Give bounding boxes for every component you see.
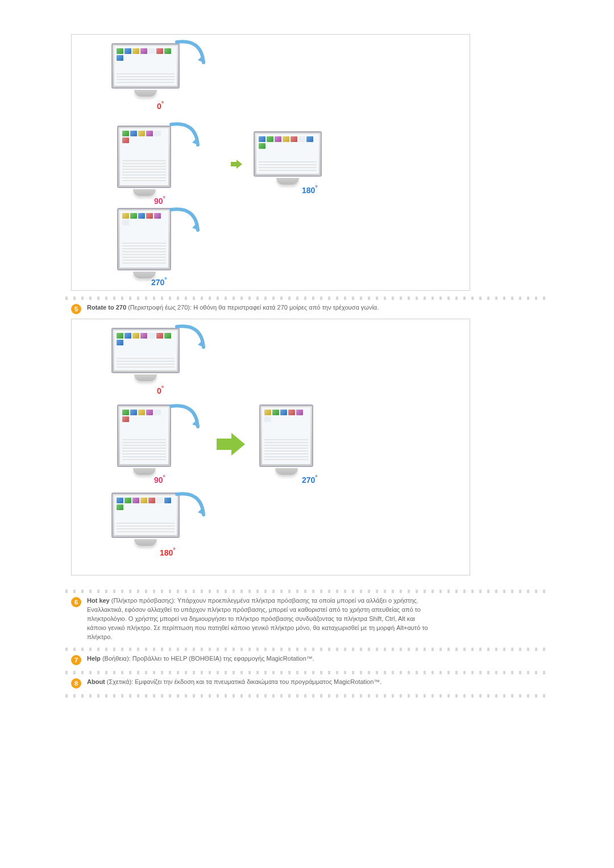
item-8-text: About (Σχετικά): Εμφανίζει την έκδοση κα…: [87, 678, 381, 688]
separator-dots: [65, 648, 549, 651]
monitor-90deg: [117, 126, 171, 202]
curve-arrow-icon: [168, 120, 202, 154]
curve-arrow-icon: [174, 490, 208, 524]
item-5: 5 Rotate to 270 (Περιστροφή έως 270): Η …: [65, 303, 549, 314]
curve-arrow-icon: [174, 322, 208, 356]
separator-dots: [65, 694, 549, 698]
label-0: 0°: [157, 100, 164, 111]
curve-arrow-icon: [174, 37, 208, 72]
monitor-90deg: [117, 404, 171, 481]
item-5-text: Rotate to 270 (Περιστροφή έως 270): Η οθ…: [87, 303, 379, 314]
item-number-7: 7: [71, 655, 81, 665]
label-180: 180°: [160, 546, 176, 557]
item-number-8: 8: [71, 678, 81, 688]
item-6-text: Hot key (Πλήκτρο πρόσβασης): Υπάρχουν πρ…: [87, 596, 428, 642]
arrow-right-big-icon: [217, 433, 245, 456]
label-90: 90°: [154, 474, 165, 485]
monitor-270deg: [117, 208, 171, 285]
separator-dots: [65, 297, 549, 300]
monitor-0deg: [111, 328, 180, 390]
monitor-180deg: [111, 493, 180, 555]
rotation-diagram-270: 0° 90°: [71, 319, 470, 575]
label-90: 90°: [154, 195, 165, 206]
curve-arrow-icon: [168, 205, 202, 239]
item-7-text: Help (Βοήθεια): Προβάλλει το HELP (ΒΟΗΘΕ…: [87, 654, 314, 665]
separator-dots: [65, 671, 549, 674]
item-6: 6 Hot key (Πλήκτρο πρόσβασης): Υπάρχουν …: [65, 596, 549, 642]
monitor-270deg-result: [259, 404, 313, 481]
label-180-result: 180°: [302, 184, 318, 195]
label-270-result: 270°: [302, 474, 318, 485]
monitor-0deg: [111, 43, 180, 106]
item-8: 8 About (Σχετικά): Εμφανίζει την έκδοση …: [65, 678, 549, 688]
item-number-5: 5: [71, 304, 81, 314]
arrow-right-small-icon: [231, 160, 242, 169]
label-0: 0°: [157, 385, 164, 395]
separator-dots: [65, 590, 549, 593]
item-number-6: 6: [71, 597, 81, 607]
page: 0° 90°: [0, 0, 614, 735]
rotation-diagram-180: 0° 90°: [71, 34, 470, 291]
label-270: 270°: [151, 276, 167, 287]
curve-arrow-icon: [168, 402, 202, 436]
item-7: 7 Help (Βοήθεια): Προβάλλει το HELP (ΒΟΗ…: [65, 654, 549, 665]
